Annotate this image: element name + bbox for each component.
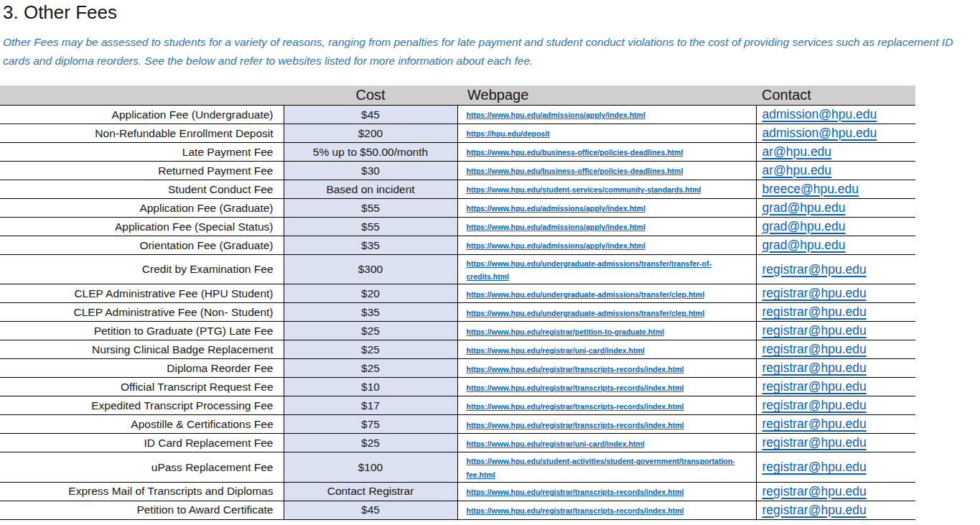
intro-paragraph: Other Fees may be assessed to students f…	[3, 33, 976, 70]
fee-name: Apostille & Certifications Fee	[0, 415, 284, 434]
contact-email-link[interactable]: registrar@hpu.edu	[762, 417, 867, 431]
fee-name: Diploma Reorder Fee	[0, 359, 284, 378]
fee-name: ID Card Replacement Fee	[0, 434, 284, 452]
fee-row: Application Fee (Special Status) $55 htt…	[0, 218, 915, 236]
fee-name: CLEP Administrative Fee (HPU Student)	[0, 284, 284, 303]
fee-webpage-cell: https://www.hpu.edu/registrar/uni-card/i…	[457, 434, 756, 452]
fee-row: Official Transcript Request Fee $10 http…	[0, 378, 915, 396]
fee-contact-cell: registrar@hpu.edu	[756, 482, 915, 501]
webpage-link[interactable]: https://www.hpu.edu/registrar/uni-card/i…	[467, 440, 645, 448]
fee-contact-cell: admission@hpu.edu	[756, 106, 915, 124]
fee-cost: Contact Registrar	[284, 482, 457, 501]
fee-name: Official Transcript Request Fee	[0, 378, 284, 396]
header-contact: Contact	[756, 85, 915, 106]
contact-email-link[interactable]: registrar@hpu.edu	[762, 361, 867, 375]
contact-email-link[interactable]: admission@hpu.edu	[762, 107, 877, 121]
webpage-link[interactable]: https://www.hpu.edu/registrar/petition-t…	[467, 327, 665, 336]
fee-name: Returned Payment Fee	[0, 162, 284, 180]
fee-webpage-cell: https://www.hpu.edu/registrar/transcript…	[457, 359, 756, 378]
fee-cost: $100	[284, 452, 457, 482]
fee-contact-cell: registrar@hpu.edu	[756, 378, 915, 396]
webpage-link[interactable]: https://www.hpu.edu/admissions/apply/ind…	[467, 223, 645, 231]
fee-cost: $200	[284, 124, 457, 143]
contact-email-link[interactable]: registrar@hpu.edu	[762, 262, 867, 277]
fee-contact-cell: ar@hpu.edu	[756, 143, 915, 162]
fee-cost: $25	[284, 322, 457, 340]
fee-row: Petition to Graduate (PTG) Late Fee $25 …	[0, 322, 915, 340]
fee-name: Student Conduct Fee	[0, 180, 284, 199]
webpage-link[interactable]: https://www.hpu.edu/registrar/transcript…	[467, 421, 684, 429]
contact-email-link[interactable]: registrar@hpu.edu	[762, 379, 867, 394]
fee-cost: Based on incident	[284, 180, 457, 199]
contact-email-link[interactable]: registrar@hpu.edu	[762, 460, 867, 474]
fee-contact-cell: registrar@hpu.edu	[756, 359, 915, 378]
contact-email-link[interactable]: ar@hpu.edu	[762, 144, 832, 159]
webpage-link[interactable]: https://www.hpu.edu/undergraduate-admiss…	[467, 259, 711, 281]
contact-email-link[interactable]: grad@hpu.edu	[762, 219, 846, 233]
header-row: Cost Webpage Contact	[0, 85, 915, 106]
webpage-link[interactable]: https://www.hpu.edu/student-services/com…	[467, 185, 701, 194]
webpage-link[interactable]: https://www.hpu.edu/registrar/transcript…	[467, 384, 684, 392]
fee-contact-cell: ar@hpu.edu	[756, 162, 915, 180]
fee-row: Apostille & Certifications Fee $75 https…	[0, 415, 915, 434]
webpage-link[interactable]: https://www.hpu.edu/admissions/apply/ind…	[467, 111, 645, 119]
contact-email-link[interactable]: registrar@hpu.edu	[762, 398, 867, 412]
webpage-link[interactable]: https://www.hpu.edu/registrar/transcript…	[467, 365, 684, 373]
page-title: 3. Other Fees	[3, 1, 980, 24]
contact-email-link[interactable]: grad@hpu.edu	[762, 200, 846, 215]
webpage-link[interactable]: https://www.hpu.edu/registrar/transcript…	[467, 488, 684, 496]
fee-contact-cell: grad@hpu.edu	[756, 199, 915, 218]
contact-email-link[interactable]: registrar@hpu.edu	[762, 435, 867, 450]
contact-email-link[interactable]: admission@hpu.edu	[762, 126, 877, 140]
fee-name: Expedited Transcript Processing Fee	[0, 396, 284, 415]
contact-email-link[interactable]: breece@hpu.edu	[762, 182, 859, 196]
fee-contact-cell: registrar@hpu.edu	[756, 340, 915, 359]
fee-webpage-cell: https://www.hpu.edu/undergraduate-admiss…	[457, 284, 756, 303]
fee-webpage-cell: https://www.hpu.edu/registrar/uni-card/i…	[457, 340, 756, 359]
webpage-link[interactable]: https://www.hpu.edu/admissions/apply/ind…	[467, 241, 645, 250]
webpage-link[interactable]: https://www.hpu.edu/registrar/transcript…	[467, 402, 684, 411]
header-fee-blank	[0, 85, 284, 106]
fee-contact-cell: registrar@hpu.edu	[756, 255, 915, 284]
fee-contact-cell: registrar@hpu.edu	[756, 284, 915, 303]
contact-email-link[interactable]: registrar@hpu.edu	[762, 484, 867, 498]
webpage-link[interactable]: https://www.hpu.edu/registrar/uni-card/i…	[467, 346, 645, 355]
fee-cost: $10	[284, 378, 457, 396]
fee-name: Nursing Clinical Badge Replacement	[0, 340, 284, 359]
webpage-link[interactable]: https://www.hpu.edu/admissions/apply/ind…	[467, 204, 645, 213]
fee-row: Expedited Transcript Processing Fee $17 …	[0, 396, 915, 415]
fee-webpage-cell: https://www.hpu.edu/registrar/transcript…	[457, 415, 756, 434]
fee-name: Petition to Award Certificate	[0, 501, 284, 519]
contact-email-link[interactable]: grad@hpu.edu	[762, 238, 846, 252]
webpage-link[interactable]: https://www.hpu.edu/student-activities/s…	[467, 457, 735, 478]
webpage-link[interactable]: https://www.hpu.edu/business-office/poli…	[467, 167, 683, 175]
webpage-link[interactable]: https://www.hpu.edu/registrar/transcript…	[467, 506, 684, 515]
webpage-link[interactable]: https://hpu.edu/deposit	[467, 129, 550, 138]
webpage-link[interactable]: https://www.hpu.edu/undergraduate-admiss…	[467, 309, 705, 317]
fee-cost: $55	[284, 218, 457, 236]
contact-email-link[interactable]: registrar@hpu.edu	[762, 305, 867, 319]
fee-contact-cell: registrar@hpu.edu	[756, 452, 915, 482]
fee-webpage-cell: https://hpu.edu/deposit	[457, 124, 756, 143]
fee-cost: $25	[284, 340, 457, 359]
fee-webpage-cell: https://www.hpu.edu/registrar/transcript…	[457, 396, 756, 415]
contact-email-link[interactable]: ar@hpu.edu	[762, 163, 832, 177]
fee-cost: $75	[284, 415, 457, 434]
fee-row: ID Card Replacement Fee $25 https://www.…	[0, 434, 915, 452]
fee-cost: $30	[284, 162, 457, 180]
fee-name: Late Payment Fee	[0, 143, 284, 162]
fee-name: Application Fee (Undergraduate)	[0, 106, 284, 124]
contact-email-link[interactable]: registrar@hpu.edu	[762, 503, 867, 517]
webpage-link[interactable]: https://www.hpu.edu/business-office/poli…	[467, 148, 683, 157]
fee-webpage-cell: https://www.hpu.edu/business-office/poli…	[457, 162, 756, 180]
fee-contact-cell: admission@hpu.edu	[756, 124, 915, 143]
fee-cost: $35	[284, 303, 457, 322]
fee-webpage-cell: https://www.hpu.edu/undergraduate-admiss…	[457, 255, 756, 284]
fee-row: Credit by Examination Fee $300 https://w…	[0, 255, 915, 284]
contact-email-link[interactable]: registrar@hpu.edu	[762, 286, 867, 300]
contact-email-link[interactable]: registrar@hpu.edu	[762, 342, 867, 356]
fee-row: Nursing Clinical Badge Replacement $25 h…	[0, 340, 915, 359]
webpage-link[interactable]: https://www.hpu.edu/undergraduate-admiss…	[467, 290, 705, 299]
fee-cost: $55	[284, 199, 457, 218]
contact-email-link[interactable]: registrar@hpu.edu	[762, 323, 867, 338]
